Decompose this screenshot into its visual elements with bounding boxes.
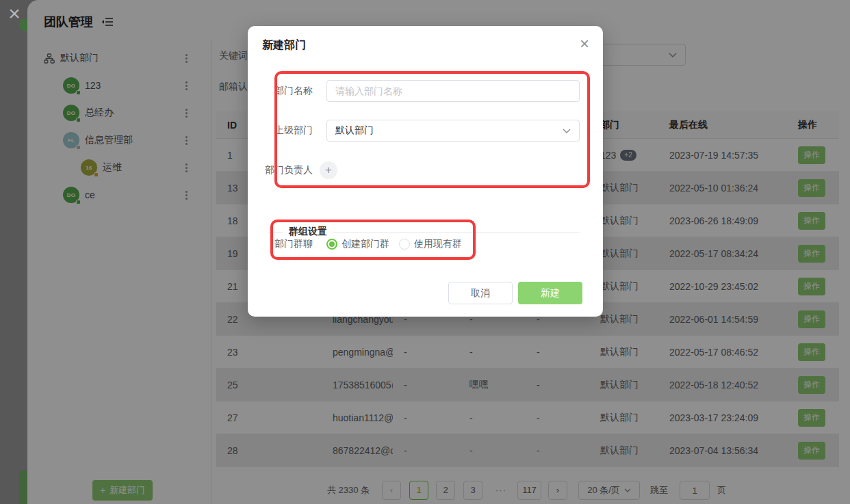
radio-create-label: 创建部门群 <box>342 238 389 250</box>
dept-chat-radio-group: 创建部门群 使用现有群 <box>326 233 462 255</box>
dept-name-input[interactable] <box>326 80 580 102</box>
radio-create-group[interactable]: 创建部门群 <box>326 238 389 250</box>
radio-selected-icon <box>326 239 337 250</box>
chevron-down-icon <box>563 129 571 133</box>
dept-leader-label: 部门负责人 <box>248 164 320 176</box>
radio-unselected-icon <box>399 239 410 250</box>
confirm-button[interactable]: 新建 <box>518 282 582 304</box>
divider-line <box>333 232 580 233</box>
parent-dept-label: 上级部门 <box>248 124 320 137</box>
add-leader-button[interactable]: + <box>320 161 337 179</box>
screen: 团队管理 默认部门 <box>0 0 850 504</box>
dialog-title: 新建部门 <box>262 38 306 53</box>
new-department-dialog: 新建部门 × 部门名称 上级部门 默认部门 部门负责人 + 群组设置 部门群聊 <box>248 26 603 317</box>
parent-dept-select[interactable]: 默认部门 <box>326 120 580 142</box>
window-close-icon[interactable]: × <box>4 1 25 26</box>
radio-use-existing-group[interactable]: 使用现有群 <box>399 238 462 250</box>
cancel-button[interactable]: 取消 <box>448 282 513 304</box>
dept-name-label: 部门名称 <box>248 85 320 97</box>
dialog-footer: 取消 新建 <box>448 282 582 304</box>
dept-chat-label: 部门群聊 <box>248 238 320 250</box>
divider-line <box>268 232 283 233</box>
parent-dept-value: 默认部门 <box>335 124 563 137</box>
radio-existing-label: 使用现有群 <box>414 238 462 250</box>
dialog-close-icon[interactable]: × <box>580 36 589 52</box>
